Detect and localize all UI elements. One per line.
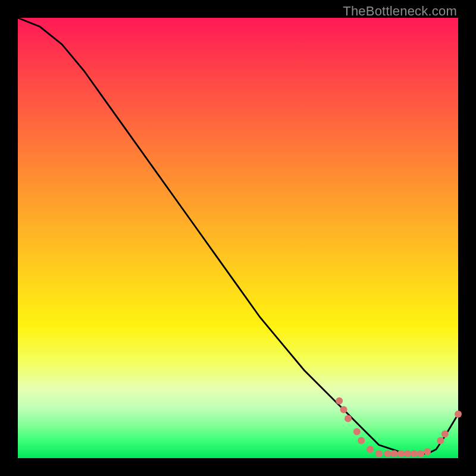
data-marker [417,450,424,458]
data-marker [411,450,418,458]
data-marker [340,406,347,414]
data-marker [345,415,352,422]
data-marker [391,450,398,458]
data-marker [455,411,462,418]
data-marker [441,430,449,437]
data-marker [353,428,361,436]
data-marker [358,437,365,444]
watermark-text: TheBottleneck.com [343,4,457,19]
plot-area [18,18,458,458]
data-marker [384,450,392,458]
data-marker [424,448,431,455]
data-marker [367,446,374,453]
chart-svg [18,18,458,458]
data-marker [397,450,405,458]
data-marker [437,437,444,444]
data-markers [336,397,462,458]
data-marker [375,450,383,458]
data-marker [404,450,411,458]
line-series [18,18,458,454]
chart-frame: TheBottleneck.com [0,0,476,476]
data-marker [336,397,343,405]
